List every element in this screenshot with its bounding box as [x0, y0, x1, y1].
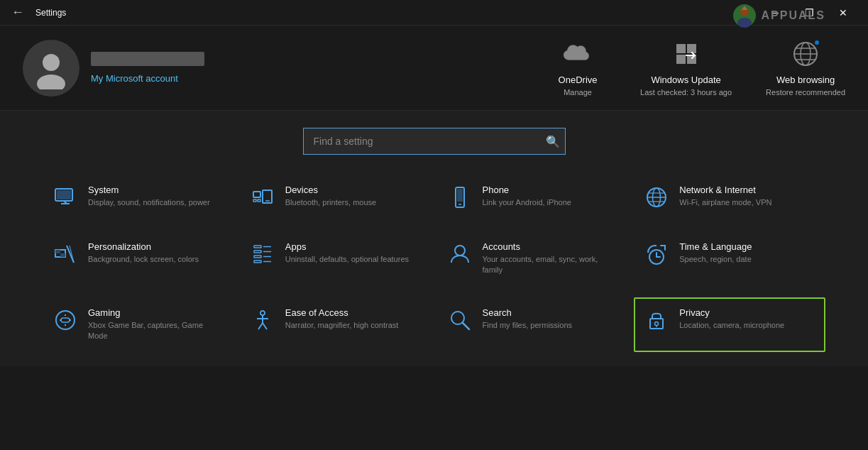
apps-name: Apps — [285, 241, 422, 252]
network-icon — [644, 185, 669, 210]
setting-item-devices[interactable]: Devices Bluetooth, printers, mouse — [240, 175, 432, 220]
phone-desc: Link your Android, iPhone — [483, 197, 619, 208]
avatar — [23, 40, 79, 97]
devices-desc: Bluetooth, printers, mouse — [285, 197, 422, 208]
svg-rect-18 — [57, 190, 71, 199]
accounts-name: Accounts — [483, 241, 619, 252]
network-desc: Wi-Fi, airplane mode, VPN — [679, 197, 815, 208]
web-browsing-sub: Restore recommended — [766, 88, 845, 97]
personalization-text: Personalization Background, lock screen,… — [88, 241, 224, 265]
avatar-icon — [30, 47, 72, 89]
setting-item-network[interactable]: Network & Internet Wi-Fi, airplane mode,… — [634, 175, 825, 220]
web-browsing-dot — [813, 39, 820, 46]
search-setting-name: Search — [483, 307, 619, 318]
svg-rect-6 — [676, 44, 686, 53]
gaming-icon — [53, 307, 78, 333]
personalization-desc: Background, lock screen, colors — [88, 254, 224, 265]
svg-rect-20 — [253, 199, 256, 202]
quick-action-web-browsing[interactable]: Web browsing Restore recommended — [766, 39, 845, 97]
svg-rect-37 — [254, 246, 261, 248]
svg-line-59 — [263, 323, 267, 329]
search-setting-desc: Find my files, permissions — [483, 320, 619, 331]
windows-update-sub: Last checked: 3 hours ago — [640, 88, 732, 97]
close-button[interactable]: ✕ — [827, 0, 859, 26]
network-text: Network & Internet Wi-Fi, airplane mode,… — [679, 185, 815, 208]
time-desc: Speech, region, date — [679, 254, 815, 265]
web-browsing-label: Web browsing — [776, 75, 835, 85]
setting-item-system[interactable]: System Display, sound, notifications, po… — [43, 175, 234, 220]
onedrive-label: OneDrive — [559, 75, 598, 85]
system-icon — [53, 185, 78, 210]
gaming-name: Gaming — [88, 307, 224, 318]
svg-rect-39 — [254, 256, 261, 258]
watermark-text: APPUALS — [762, 9, 825, 22]
ease-of-access-desc: Narrator, magnifier, high contrast — [285, 320, 422, 331]
svg-rect-38 — [254, 251, 261, 253]
user-section: My Microsoft account — [23, 40, 204, 97]
setting-item-search[interactable]: Search Find my files, permissions — [437, 297, 629, 352]
search-box: 🔍 — [303, 128, 566, 155]
settings-grid: System Display, sound, notifications, po… — [43, 175, 825, 352]
quick-action-windows-update[interactable]: Windows Update Last checked: 3 hours ago — [640, 39, 732, 97]
svg-point-49 — [56, 311, 75, 329]
windows-update-label: Windows Update — [651, 75, 720, 85]
titlebar: ← Settings APPUALS ─ ❐ ✕ — [0, 0, 868, 26]
setting-item-accounts[interactable]: Accounts Your accounts, email, sync, wor… — [437, 231, 629, 286]
setting-item-time[interactable]: Time & Language Speech, region, date — [634, 231, 825, 286]
titlebar-title: Settings — [35, 8, 66, 18]
svg-rect-8 — [676, 55, 686, 64]
network-name: Network & Internet — [679, 185, 815, 195]
svg-line-62 — [463, 323, 469, 329]
setting-item-gaming[interactable]: Gaming Xbox Game Bar, captures, Game Mod… — [43, 297, 234, 352]
gaming-text: Gaming Xbox Game Bar, captures, Game Mod… — [88, 307, 224, 342]
privacy-desc: Location, camera, microphone — [679, 320, 815, 331]
ms-account-link[interactable]: My Microsoft account — [91, 73, 178, 84]
onedrive-sub: Manage — [564, 88, 592, 97]
back-button[interactable]: ← — [9, 2, 27, 23]
setting-item-personalization[interactable]: Personalization Background, lock screen,… — [43, 231, 234, 286]
svg-point-60 — [260, 311, 265, 315]
svg-point-4 — [43, 54, 60, 71]
titlebar-left: ← Settings — [9, 2, 66, 23]
ease-of-access-icon — [250, 307, 275, 333]
svg-line-58 — [258, 323, 263, 329]
privacy-text: Privacy Location, camera, microphone — [679, 307, 815, 331]
time-text: Time & Language Speech, region, date — [679, 241, 815, 265]
accounts-icon — [447, 241, 473, 267]
apps-text: Apps Uninstall, defaults, optional featu… — [285, 241, 422, 265]
search-setting-text: Search Find my files, permissions — [483, 307, 619, 331]
watermark: APPUALS — [732, 3, 825, 28]
accounts-text: Accounts Your accounts, email, sync, wor… — [483, 241, 619, 276]
system-text: System Display, sound, notifications, po… — [88, 185, 224, 208]
svg-point-2 — [737, 18, 752, 28]
time-icon — [644, 241, 669, 267]
onedrive-icon — [563, 39, 593, 69]
ease-of-access-text: Ease of Access Narrator, magnifier, high… — [285, 307, 422, 331]
svg-point-5 — [37, 75, 65, 89]
setting-item-ease-of-access[interactable]: Ease of Access Narrator, magnifier, high… — [240, 297, 432, 352]
svg-rect-50 — [61, 318, 70, 322]
setting-item-phone[interactable]: Phone Link your Android, iPhone — [437, 175, 629, 220]
system-desc: Display, sound, notifications, power — [88, 197, 224, 208]
svg-point-64 — [655, 322, 659, 325]
devices-text: Devices Bluetooth, printers, mouse — [285, 185, 422, 208]
devices-icon — [250, 185, 275, 210]
svg-rect-26 — [457, 189, 463, 202]
privacy-icon — [644, 307, 669, 333]
phone-icon — [447, 185, 473, 210]
search-input[interactable] — [303, 128, 566, 155]
setting-item-privacy[interactable]: Privacy Location, camera, microphone — [634, 297, 825, 352]
svg-rect-40 — [254, 260, 261, 263]
quick-action-onedrive[interactable]: OneDrive Manage — [549, 39, 606, 97]
svg-point-45 — [455, 246, 465, 256]
gaming-desc: Xbox Game Bar, captures, Game Mode — [88, 320, 224, 342]
ease-of-access-name: Ease of Access — [285, 307, 422, 318]
setting-item-apps[interactable]: Apps Uninstall, defaults, optional featu… — [240, 231, 432, 286]
header: My Microsoft account OneDrive Manage — [0, 26, 868, 111]
accounts-desc: Your accounts, email, sync, work, family — [483, 254, 619, 276]
quick-actions: OneDrive Manage Windows Update Last chec… — [549, 39, 845, 97]
user-name-blur — [91, 52, 204, 66]
search-button[interactable]: 🔍 — [546, 135, 560, 148]
personalization-name: Personalization — [88, 241, 224, 252]
svg-rect-34 — [60, 253, 65, 257]
